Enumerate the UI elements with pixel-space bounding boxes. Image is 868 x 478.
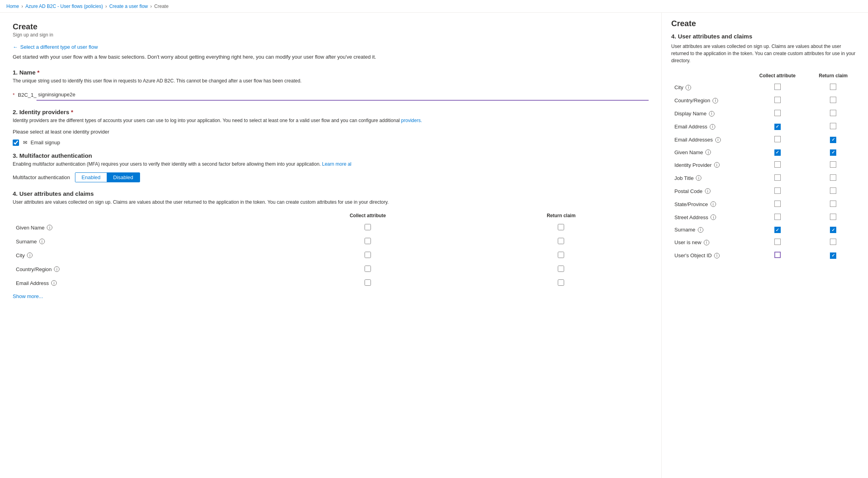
left-collect-cb-2[interactable] xyxy=(365,252,371,258)
info-icon-right-1[interactable]: i xyxy=(712,98,718,103)
right-return-cb-10[interactable] xyxy=(830,214,836,220)
right-return-cell-9 xyxy=(808,198,858,211)
intro-text: Get started with your user flow with a f… xyxy=(13,53,649,61)
info-icon-left-1[interactable]: i xyxy=(39,239,45,244)
info-icon-right-3[interactable]: i xyxy=(710,124,715,130)
info-icon-right-4[interactable]: i xyxy=(715,137,721,143)
right-collect-cb-11[interactable] xyxy=(774,227,781,233)
breadcrumb-sep1: › xyxy=(21,4,23,9)
info-icon-right-13[interactable]: i xyxy=(714,253,720,258)
col-name-header xyxy=(13,210,262,221)
right-attr-table: Collect attribute Return claim CityiCoun… xyxy=(671,71,858,262)
right-collect-cell-12 xyxy=(747,236,808,249)
right-return-cb-8[interactable] xyxy=(830,187,836,194)
email-signup-checkbox[interactable] xyxy=(13,140,19,146)
breadcrumb-sep3: › xyxy=(150,4,152,9)
right-return-cb-11[interactable] xyxy=(830,227,836,233)
right-attr-name-10: Street Addressi xyxy=(671,211,747,224)
info-icon-right-11[interactable]: i xyxy=(698,227,703,233)
right-collect-cell-9 xyxy=(747,198,808,211)
right-return-cb-5[interactable] xyxy=(830,149,836,156)
right-attr-name-12: User is newi xyxy=(671,236,747,249)
right-collect-cb-12[interactable] xyxy=(774,239,781,245)
right-return-cb-9[interactable] xyxy=(830,201,836,207)
right-collect-cb-7[interactable] xyxy=(774,174,781,181)
name-input[interactable] xyxy=(36,89,649,100)
mfa-disabled-button[interactable]: Disabled xyxy=(107,173,140,182)
info-icon-left-2[interactable]: i xyxy=(27,252,33,258)
right-collect-cb-5[interactable] xyxy=(774,149,781,156)
info-icon-right-12[interactable]: i xyxy=(704,240,709,245)
right-collect-cb-9[interactable] xyxy=(774,201,781,207)
right-collect-cb-3[interactable] xyxy=(774,124,781,130)
left-return-cb-0[interactable] xyxy=(558,224,564,230)
right-collect-cb-0[interactable] xyxy=(774,84,781,90)
info-icon-left-4[interactable]: i xyxy=(51,280,57,286)
right-table-row: Email Addressi xyxy=(671,120,858,133)
info-icon-right-9[interactable]: i xyxy=(711,201,716,207)
left-return-cb-3[interactable] xyxy=(558,266,564,272)
right-collect-cb-2[interactable] xyxy=(774,110,781,116)
right-table-row: Email Addressesi xyxy=(671,133,858,146)
left-collect-cb-0[interactable] xyxy=(365,224,371,230)
right-collect-cb-10[interactable] xyxy=(774,214,781,220)
right-return-cb-1[interactable] xyxy=(830,97,836,103)
right-return-cb-0[interactable] xyxy=(830,84,836,90)
right-return-cb-6[interactable] xyxy=(830,161,836,168)
left-return-cb-1[interactable] xyxy=(558,238,564,244)
left-collect-cell-4 xyxy=(262,276,474,290)
right-return-cb-2[interactable] xyxy=(830,110,836,116)
right-collect-cb-13[interactable] xyxy=(774,252,781,258)
mfa-enabled-button[interactable]: Enabled xyxy=(75,173,107,182)
info-icon-right-6[interactable]: i xyxy=(714,162,720,168)
info-icon-left-0[interactable]: i xyxy=(47,225,52,230)
right-collect-cb-1[interactable] xyxy=(774,97,781,103)
right-return-cell-0 xyxy=(808,81,858,94)
info-icon-right-0[interactable]: i xyxy=(686,85,691,90)
info-icon-right-8[interactable]: i xyxy=(705,188,711,194)
right-table-row: Identity Provideri xyxy=(671,159,858,172)
right-collect-cell-7 xyxy=(747,172,808,185)
left-collect-cb-3[interactable] xyxy=(365,266,371,272)
info-icon-right-10[interactable]: i xyxy=(711,214,716,220)
left-attr-table: Collect attribute Return claim Given Nam… xyxy=(13,210,649,290)
right-collect-cell-4 xyxy=(747,133,808,146)
right-panel: Create 4. User attributes and claims Use… xyxy=(662,13,868,478)
name-prefix: * B2C_1_ xyxy=(13,92,36,98)
right-return-cell-10 xyxy=(808,211,858,224)
breadcrumb-create-flow[interactable]: Create a user flow xyxy=(109,4,148,9)
left-return-cb-2[interactable] xyxy=(558,252,564,258)
left-collect-cb-4[interactable] xyxy=(365,279,371,286)
right-return-cb-7[interactable] xyxy=(830,174,836,181)
providers-link[interactable]: providers. xyxy=(401,118,422,123)
right-attr-name-11: Surnamei xyxy=(671,224,747,236)
right-return-cb-4[interactable] xyxy=(830,137,836,143)
info-icon-left-3[interactable]: i xyxy=(54,266,60,272)
right-collect-cell-2 xyxy=(747,107,808,120)
right-attr-name-4: Email Addressesi xyxy=(671,133,747,146)
left-collect-cell-2 xyxy=(262,249,474,262)
left-table-row: Email Addressi xyxy=(13,276,649,290)
right-collect-cb-6[interactable] xyxy=(774,161,781,168)
info-icon-right-2[interactable]: i xyxy=(709,111,714,117)
right-return-cell-5 xyxy=(808,146,858,159)
right-table-row: State/Provincei xyxy=(671,198,858,211)
right-collect-cb-4[interactable] xyxy=(774,136,781,142)
right-return-cb-13[interactable] xyxy=(830,252,836,259)
right-table-row: User's Object IDi xyxy=(671,249,858,262)
show-more-link[interactable]: Show more... xyxy=(13,293,43,299)
breadcrumb-home[interactable]: Home xyxy=(6,4,19,9)
left-attr-name-2: Cityi xyxy=(13,249,262,262)
info-icon-right-5[interactable]: i xyxy=(705,149,711,155)
right-collect-cb-8[interactable] xyxy=(774,187,781,194)
breadcrumb-b2c[interactable]: Azure AD B2C - User flows (policies) xyxy=(25,4,103,9)
learn-more-link[interactable]: Learn more al xyxy=(322,161,351,167)
left-return-cb-4[interactable] xyxy=(558,279,564,286)
left-table-row: Country/Regioni xyxy=(13,262,649,276)
right-return-cb-12[interactable] xyxy=(830,239,836,245)
right-return-cb-3[interactable] xyxy=(830,123,836,129)
info-icon-right-7[interactable]: i xyxy=(696,175,701,181)
back-link[interactable]: ← Select a different type of user flow xyxy=(13,44,98,50)
left-collect-cb-1[interactable] xyxy=(365,238,371,244)
section1-desc: The unique string used to identify this … xyxy=(13,77,649,84)
